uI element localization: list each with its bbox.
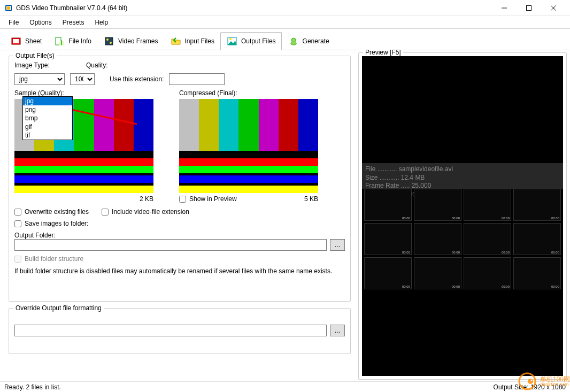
preview-thumb: 00:00 bbox=[364, 189, 412, 221]
preview-thumb: 00:00 bbox=[464, 223, 511, 255]
svg-text:i: i bbox=[61, 39, 63, 47]
image-type-option-tif[interactable]: tif bbox=[23, 131, 72, 140]
use-extension-input[interactable] bbox=[169, 73, 225, 85]
status-bar: Ready. 2 files in list. Output Size: 192… bbox=[0, 381, 570, 392]
quality-label: Quality: bbox=[86, 62, 108, 69]
preview-legend: Preview [F5] bbox=[363, 49, 403, 56]
save-images-to-folder-checkbox[interactable]: Save images to folder: bbox=[14, 220, 88, 227]
tab-output-files-label: Output Files bbox=[241, 37, 276, 45]
preview-thumb: 00:00 bbox=[364, 223, 412, 255]
svg-point-18 bbox=[291, 38, 296, 42]
tab-generate[interactable]: Generate bbox=[282, 32, 335, 50]
main-toolbar: Sheet i File Info Video Frames Input Fil… bbox=[0, 29, 570, 50]
status-right: Output Size: 1920 x 1080 bbox=[494, 383, 566, 391]
svg-point-13 bbox=[106, 39, 109, 41]
include-video-ext-checkbox[interactable]: Include video-file extension bbox=[102, 208, 189, 216]
preview-thumb: 00:00 bbox=[364, 257, 412, 289]
tab-output-files[interactable]: Output Files bbox=[220, 32, 282, 50]
tab-sheet-label: Sheet bbox=[25, 37, 42, 45]
output-folder-browse-button[interactable]: ... bbox=[330, 239, 345, 251]
image-type-option-jpg[interactable]: jpg bbox=[23, 97, 72, 105]
preview-thumb: 00:00 bbox=[414, 189, 461, 221]
output-folder-label: Output Folder: bbox=[14, 232, 345, 239]
tab-video-frames-label: Video Frames bbox=[118, 37, 158, 45]
overwrite-existing-checkbox[interactable]: Overwrite existing files bbox=[14, 208, 89, 216]
svg-point-16 bbox=[229, 38, 232, 40]
preview-group: Preview [F5] File ........... samplevide… bbox=[358, 52, 567, 380]
output-files-legend: Output File(s) bbox=[13, 52, 57, 59]
override-format-input[interactable] bbox=[14, 325, 327, 336]
image-type-label: Image Type: bbox=[14, 62, 65, 69]
preview-thumb-grid: 00:00 00:00 00:00 00:00 00:00 00:00 00:0… bbox=[362, 189, 563, 289]
preview-thumb: 00:00 bbox=[513, 223, 561, 255]
override-output-legend: Override Output file formatting bbox=[13, 304, 104, 312]
sample-size: 2 KB bbox=[140, 195, 153, 203]
menu-help[interactable]: Help bbox=[89, 18, 113, 27]
compressed-final-label: Compressed (Final): bbox=[179, 89, 318, 97]
output-files-icon bbox=[226, 35, 238, 47]
quality-select[interactable]: 100 bbox=[70, 73, 95, 85]
use-extension-label: Use this extension: bbox=[110, 75, 164, 83]
generate-icon bbox=[288, 35, 299, 47]
maximize-button[interactable] bbox=[517, 0, 541, 16]
status-left: Ready. 2 files in list. bbox=[4, 383, 61, 391]
preview-thumb: 00:00 bbox=[414, 223, 461, 255]
menu-file[interactable]: File bbox=[3, 18, 24, 27]
output-files-group: Output File(s) Image Type: Quality: jpg … bbox=[9, 56, 351, 302]
menu-options[interactable]: Options bbox=[24, 18, 57, 27]
image-type-option-bmp[interactable]: bmp bbox=[23, 114, 72, 122]
svg-rect-8 bbox=[13, 39, 19, 43]
tab-input-files-label: Input Files bbox=[185, 37, 214, 45]
menu-presets[interactable]: Presets bbox=[57, 18, 90, 27]
svg-rect-2 bbox=[7, 6, 10, 10]
title-bar: GDS Video Thumbnailer V7.0.4 (64 bit) bbox=[0, 0, 570, 16]
tab-file-info[interactable]: i File Info bbox=[48, 32, 97, 50]
override-output-group: Override Output file formatting ... bbox=[9, 308, 351, 354]
image-type-option-png[interactable]: png bbox=[23, 105, 72, 114]
build-folder-hint: If build folder structure is disabled fi… bbox=[14, 267, 345, 276]
show-in-preview-checkbox[interactable]: Show in Preview bbox=[179, 195, 237, 203]
video-frames-icon bbox=[103, 35, 115, 47]
svg-rect-4 bbox=[527, 5, 532, 10]
preview-thumb: 00:00 bbox=[464, 189, 511, 221]
preview-thumb: 00:00 bbox=[513, 257, 561, 289]
sheet-icon bbox=[10, 35, 22, 47]
image-type-dropdown-list[interactable]: jpg png bmp gif tif bbox=[22, 96, 73, 140]
svg-rect-12 bbox=[105, 37, 113, 45]
preview-thumb: 00:00 bbox=[414, 257, 461, 289]
file-info-icon: i bbox=[53, 35, 65, 47]
minimize-button[interactable] bbox=[492, 0, 517, 16]
tab-sheet[interactable]: Sheet bbox=[4, 32, 48, 50]
svg-point-14 bbox=[110, 42, 112, 44]
tab-generate-label: Generate bbox=[303, 37, 329, 45]
input-files-icon bbox=[170, 35, 182, 47]
output-folder-input[interactable] bbox=[14, 239, 327, 251]
window-title: GDS Video Thumbnailer V7.0.4 (64 bit) bbox=[16, 4, 492, 12]
preview-canvas[interactable]: File ........... samplevideofile.avi Siz… bbox=[362, 56, 563, 376]
tab-video-frames[interactable]: Video Frames bbox=[97, 32, 164, 50]
preview-info-header: File ........... samplevideofile.avi Siz… bbox=[362, 163, 563, 189]
image-type-option-gif[interactable]: gif bbox=[23, 122, 72, 131]
preview-thumb: 00:00 bbox=[464, 257, 511, 289]
preview-thumb: 00:00 bbox=[513, 189, 561, 221]
menu-bar: File Options Presets Help bbox=[0, 16, 570, 29]
override-format-browse-button[interactable]: ... bbox=[330, 325, 345, 336]
close-button[interactable] bbox=[541, 0, 566, 16]
compressed-final-image bbox=[179, 99, 318, 193]
build-folder-structure-checkbox: Build folder structure bbox=[14, 255, 83, 263]
app-icon bbox=[4, 4, 13, 12]
tab-input-files[interactable]: Input Files bbox=[164, 32, 220, 50]
sample-quality-label: Sample (Quality): bbox=[14, 89, 153, 97]
tab-file-info-label: File Info bbox=[68, 37, 91, 45]
compressed-size: 5 KB bbox=[304, 195, 318, 203]
image-type-select[interactable]: jpg bbox=[14, 73, 65, 85]
